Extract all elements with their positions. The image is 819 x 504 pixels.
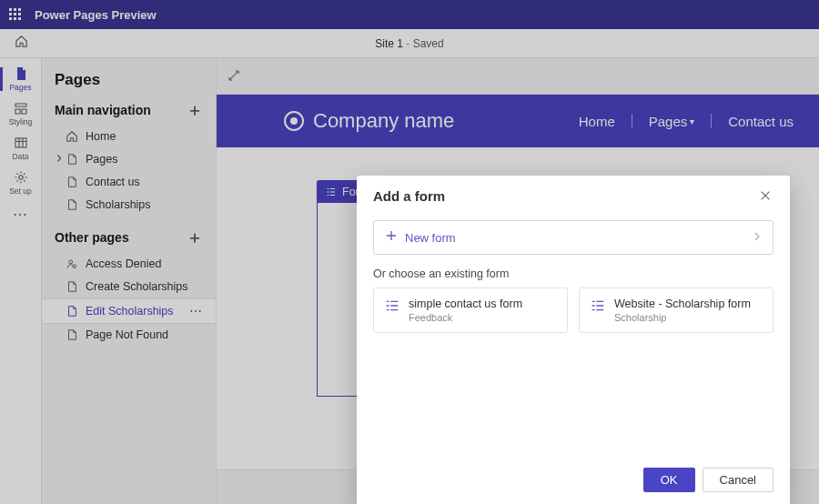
cancel-button[interactable]: Cancel [703, 468, 774, 492]
app-title-bar: Power Pages Preview [0, 0, 819, 29]
section-main-navigation: Main navigation ＋ [42, 96, 216, 124]
site-nav: Home Pages▾ Contact us [579, 114, 794, 129]
add-page-other-icon[interactable]: ＋ [187, 229, 203, 246]
plus-icon [385, 229, 398, 246]
tree-item-contact-us[interactable]: Contact us [42, 171, 216, 194]
home-icon[interactable] [15, 35, 28, 52]
existing-form-card-1[interactable]: simple contact us form Feedback [373, 287, 568, 333]
nav-home[interactable]: Home [579, 114, 615, 129]
rail-setup[interactable]: Set up [0, 166, 42, 200]
section-other-pages: Other pages ＋ [42, 224, 216, 251]
modal-title: Add a form [373, 188, 445, 204]
add-page-main-icon[interactable]: ＋ [187, 102, 203, 118]
add-form-modal: Add a form New form Or choose an existin… [357, 176, 790, 504]
existing-form-card-2[interactable]: Website - Scholarship form Scholarship [579, 287, 774, 333]
resize-handle-icon[interactable] [228, 69, 240, 86]
form-icon [385, 298, 399, 313]
sub-bar: Site 1 - Saved [0, 29, 819, 58]
new-form-button[interactable]: New form [373, 220, 774, 255]
nav-pages[interactable]: Pages▾ [649, 114, 695, 129]
tree-item-more-icon[interactable]: ⋯ [189, 304, 208, 318]
site-state: Saved [413, 37, 444, 50]
svg-rect-0 [15, 138, 26, 147]
tree-item-edit-scholarships[interactable]: Edit Scholarships ⋯ [42, 298, 216, 324]
pages-panel: Pages Main navigation ＋ Home Pages Conta… [42, 58, 217, 504]
form-icon [591, 298, 605, 313]
rail-styling[interactable]: Styling [0, 96, 42, 131]
chevron-down-icon: ▾ [690, 116, 694, 126]
ok-button[interactable]: OK [643, 468, 695, 492]
form-icon [326, 186, 337, 197]
site-name: Site 1 [375, 37, 403, 50]
panel-title: Pages [42, 71, 216, 96]
tree-item-access-denied[interactable]: Access Denied [42, 253, 216, 276]
chevron-right-icon [753, 229, 762, 246]
svg-point-1 [18, 176, 22, 179]
logo-icon [284, 111, 304, 131]
nav-contact-us[interactable]: Contact us [728, 114, 794, 129]
choose-existing-label: Or choose an existing form [373, 267, 774, 280]
tree-item-home[interactable]: Home [42, 126, 216, 148]
tree-item-scholarships[interactable]: Scholarships [42, 194, 216, 217]
rail-data[interactable]: Data [0, 131, 42, 166]
company-name[interactable]: Company name [313, 109, 454, 133]
app-launcher-icon[interactable] [9, 8, 22, 21]
close-icon[interactable] [759, 189, 774, 204]
site-header: Company name Home Pages▾ Contact us [217, 95, 819, 147]
app-title: Power Pages Preview [35, 8, 157, 22]
tree-item-page-not-found[interactable]: Page Not Found [42, 324, 216, 347]
tree-item-create-scholarships[interactable]: Create Scholarships [42, 276, 216, 298]
chevron-right-icon [55, 153, 66, 166]
left-rail: Pages Styling Data Set up ⋯ [0, 58, 42, 504]
site-status: Site 1 - Saved [375, 37, 443, 50]
rail-pages[interactable]: Pages [0, 62, 42, 96]
rail-more-icon[interactable]: ⋯ [13, 206, 28, 223]
svg-point-2 [69, 260, 73, 264]
tree-item-pages[interactable]: Pages [42, 148, 216, 171]
